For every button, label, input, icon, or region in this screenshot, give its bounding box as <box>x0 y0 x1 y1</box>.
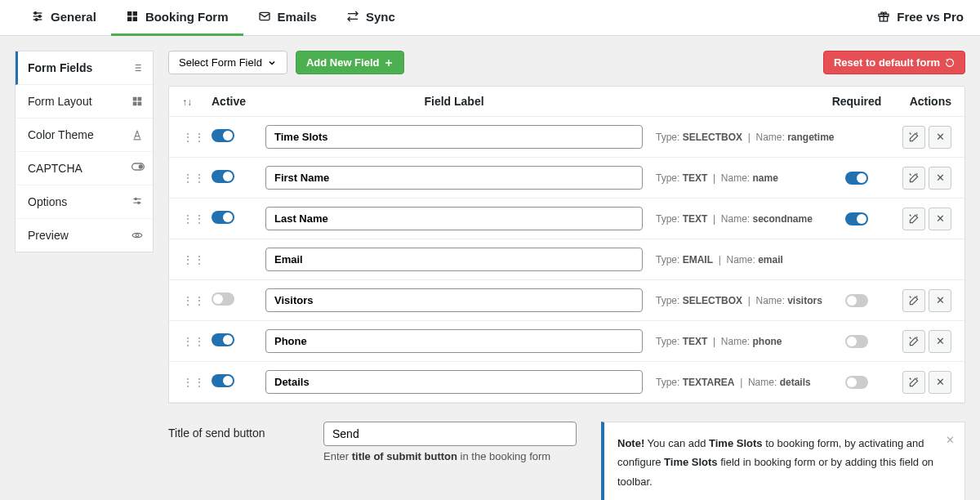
field-label-input[interactable] <box>265 166 643 190</box>
field-label-input[interactable] <box>265 248 643 271</box>
tab-free-vs-pro[interactable]: Free vs Pro <box>862 0 964 36</box>
tab-booking-form[interactable]: Booking Form <box>111 0 243 36</box>
sliders-icon <box>31 10 44 23</box>
field-label-input[interactable] <box>265 370 643 394</box>
drag-handle[interactable]: ⋮⋮ <box>182 294 198 307</box>
cell-actions: ✕ <box>894 330 951 353</box>
tab-sync[interactable]: Sync <box>332 0 410 36</box>
cell-meta: Type: TEXT | Name: secondname <box>656 213 819 225</box>
sidebar-item-color-theme[interactable]: Color Theme <box>16 118 153 152</box>
drag-icon: ⋮⋮ <box>182 376 205 389</box>
sort-column-header[interactable]: ↑↓ <box>182 95 198 108</box>
reset-default-button[interactable]: Reset to default form <box>823 51 965 74</box>
field-label-input[interactable] <box>265 125 643 149</box>
cell-meta: Type: EMAIL | Name: email <box>656 254 819 266</box>
col-header-actions: Actions <box>894 95 951 108</box>
svg-line-43 <box>910 296 911 297</box>
delete-button[interactable]: ✕ <box>929 330 951 353</box>
cell-actions: ✕ <box>894 371 951 394</box>
send-button-title-input[interactable] <box>323 422 577 446</box>
required-toggle[interactable] <box>845 335 868 348</box>
field-label-input[interactable] <box>265 207 643 230</box>
required-toggle[interactable] <box>845 376 868 389</box>
active-toggle[interactable] <box>212 333 234 346</box>
cell-required <box>832 172 881 185</box>
drag-handle[interactable]: ⋮⋮ <box>182 253 198 266</box>
active-toggle[interactable] <box>212 292 234 306</box>
close-icon[interactable]: ✕ <box>946 431 955 449</box>
add-new-field-button[interactable]: Add New Field <box>296 51 405 74</box>
sidebar-item-label: CAPTCHA <box>28 162 82 175</box>
cell-label <box>265 248 643 271</box>
delete-button[interactable]: ✕ <box>929 126 951 149</box>
toolbar: Select Form Field Add New Field Reset to… <box>168 51 965 74</box>
tab-emails[interactable]: Emails <box>243 0 332 36</box>
cell-required <box>832 335 881 348</box>
svg-point-4 <box>38 16 41 18</box>
sidebar-item-preview[interactable]: Preview <box>16 219 153 252</box>
sidebar-item-captcha[interactable]: CAPTCHA <box>16 152 153 185</box>
meta-line: Type: SELECTBOX | Name: rangetime <box>656 132 835 143</box>
edit-button[interactable] <box>902 167 925 190</box>
main-area: Form Fields Form Layout Color Theme CAPT… <box>0 36 980 500</box>
svg-line-42 <box>917 214 918 216</box>
envelope-icon <box>258 10 271 23</box>
wand-icon <box>908 377 920 388</box>
table-header: ↑↓ Active Field Label Required Actions <box>169 87 964 117</box>
field-label-input[interactable] <box>265 329 643 353</box>
wand-icon <box>908 172 920 184</box>
sort-icon: ↑↓ <box>182 96 192 108</box>
delete-button[interactable]: ✕ <box>929 289 951 312</box>
sidebar-item-options[interactable]: Options <box>16 185 153 219</box>
svg-rect-7 <box>133 11 137 16</box>
cell-required <box>832 212 881 225</box>
wand-icon <box>908 336 920 347</box>
edit-button[interactable] <box>902 126 925 149</box>
delete-button[interactable]: ✕ <box>929 167 951 190</box>
svg-point-32 <box>135 198 136 199</box>
drag-handle[interactable]: ⋮⋮ <box>182 212 198 225</box>
eye-icon <box>131 230 143 241</box>
required-toggle[interactable] <box>845 172 868 185</box>
required-toggle[interactable] <box>845 212 868 225</box>
add-new-field-label: Add New Field <box>306 56 380 69</box>
cell-meta: Type: TEXT | Name: name <box>656 172 819 184</box>
edit-button[interactable] <box>902 289 925 312</box>
drag-handle[interactable]: ⋮⋮ <box>182 335 198 348</box>
table-row: ⋮⋮ Type: EMAIL | Name: email <box>169 239 964 280</box>
meta-line: Type: TEXT | Name: name <box>656 172 778 184</box>
active-toggle[interactable] <box>212 129 234 142</box>
active-toggle[interactable] <box>212 170 234 183</box>
active-toggle[interactable] <box>212 211 234 224</box>
edit-button[interactable] <box>902 371 925 394</box>
table-row: ⋮⋮ Type: TEXT | Name: phone ✕ <box>169 321 964 362</box>
layout-icon <box>131 96 143 107</box>
fields-table: ↑↓ Active Field Label Required Actions ⋮… <box>168 86 965 404</box>
drag-handle[interactable]: ⋮⋮ <box>182 131 198 144</box>
meta-line: Type: TEXT | Name: secondname <box>656 213 813 225</box>
col-header-required: Required <box>832 95 881 108</box>
field-label-input[interactable] <box>265 288 643 312</box>
sidebar-item-form-fields[interactable]: Form Fields <box>16 51 153 85</box>
meta-line: Type: SELECTBOX | Name: visitors <box>656 295 822 306</box>
send-input-wrap: Enter title of submit button in the book… <box>323 422 577 462</box>
edit-button[interactable] <box>902 208 925 230</box>
drag-handle[interactable]: ⋮⋮ <box>182 376 198 389</box>
sidebar-item-form-layout[interactable]: Form Layout <box>16 85 153 118</box>
font-icon <box>131 129 143 141</box>
active-toggle[interactable] <box>212 374 234 387</box>
tab-label: Free vs Pro <box>897 10 964 24</box>
edit-button[interactable] <box>902 330 925 353</box>
delete-button[interactable]: ✕ <box>929 208 951 230</box>
select-form-field-dropdown[interactable]: Select Form Field <box>168 51 287 74</box>
send-button-description: Enter title of submit button in the book… <box>323 450 577 462</box>
delete-button[interactable]: ✕ <box>929 371 951 394</box>
required-toggle[interactable] <box>845 294 868 307</box>
drag-icon: ⋮⋮ <box>182 253 205 266</box>
drag-handle[interactable]: ⋮⋮ <box>182 172 198 185</box>
cell-required <box>832 376 881 389</box>
svg-rect-9 <box>133 17 137 21</box>
svg-line-45 <box>910 337 911 338</box>
svg-line-47 <box>910 377 911 379</box>
tab-general[interactable]: General <box>16 0 111 36</box>
